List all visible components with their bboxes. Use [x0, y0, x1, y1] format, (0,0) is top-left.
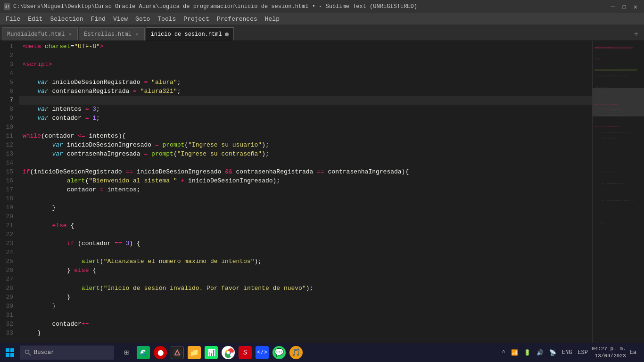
- line-num-14: 14: [4, 158, 13, 167]
- taskbar-icon-whatsapp[interactable]: 💬: [271, 344, 288, 361]
- taskbar-icon-taskview[interactable]: ⊞: [118, 344, 135, 361]
- svg-point-4: [25, 350, 29, 354]
- line-num-24: 24: [4, 248, 13, 257]
- code-line-8: var intentos = 3;: [19, 105, 592, 114]
- code-line-2: [19, 51, 592, 60]
- tab-close-estrellas[interactable]: ✕: [134, 31, 140, 38]
- tray-expand[interactable]: ^: [500, 348, 507, 357]
- code-line-31: [19, 311, 592, 320]
- app6-icon: </>: [256, 346, 269, 359]
- maximize-button[interactable]: ❐: [619, 2, 629, 11]
- new-tab-button[interactable]: +: [630, 28, 642, 41]
- line-num-1: 1: [4, 42, 13, 51]
- code-area[interactable]: <meta charset="UTF-8"> <script> var inic…: [19, 41, 592, 352]
- menu-preferences[interactable]: Preferences: [213, 13, 261, 25]
- taskview-icon: ⊞: [124, 348, 129, 357]
- menu-help[interactable]: Help: [261, 13, 283, 25]
- menu-find[interactable]: Find: [87, 13, 109, 25]
- line-num-21: 21: [4, 221, 13, 230]
- language-indicator[interactable]: ESP: [576, 348, 590, 357]
- code-line-17: contador = intentos;: [19, 185, 592, 194]
- clock[interactable]: 04:27 p. m. 13/04/2023: [592, 346, 626, 360]
- menu-project[interactable]: Project: [180, 13, 213, 25]
- taskbar-icon-app4[interactable]: 📊: [203, 344, 220, 361]
- menu-goto[interactable]: Goto: [132, 13, 154, 25]
- minimize-button[interactable]: —: [608, 2, 618, 11]
- taskbar-icon-app6[interactable]: </>: [254, 344, 271, 361]
- app3-icon: [171, 346, 184, 359]
- svg-rect-2: [6, 353, 9, 357]
- tab-estrellas[interactable]: Estrellas.html ✕: [79, 27, 144, 41]
- code-line-23: if (contador == 3) {: [19, 239, 592, 248]
- line-num-30: 30: [4, 302, 13, 311]
- code-line-6: var contrasenhaRegistrada = "alura321";: [19, 87, 592, 96]
- files-icon: 📁: [188, 346, 201, 359]
- taskbar-icon-app2[interactable]: ⬤: [152, 344, 169, 361]
- code-line-3: <script>: [19, 60, 592, 69]
- menu-selection[interactable]: Selection: [46, 13, 87, 25]
- line-num-22: 22: [4, 230, 13, 239]
- start-button[interactable]: [2, 346, 18, 359]
- taskbar-icon-app1[interactable]: 🌊: [135, 344, 152, 361]
- titlebar: ST C:\Users\Miguel\Desktop\Curso Oracle …: [0, 0, 644, 13]
- app7-icon: 🎵: [289, 346, 303, 359]
- ea-label: Ea: [630, 349, 636, 356]
- line-num-20: 20: [4, 212, 13, 221]
- tab-label: inicio de sesion.html: [151, 31, 222, 38]
- notification-icon[interactable]: Ea: [628, 348, 638, 357]
- titlebar-controls[interactable]: — ❐ ✕: [608, 2, 640, 11]
- code-line-14: [19, 158, 592, 167]
- search-bar[interactable]: Buscar: [20, 346, 114, 360]
- tab-close-mundialdefut[interactable]: ✕: [67, 31, 73, 38]
- whatsapp-icon: 💬: [272, 346, 286, 359]
- taskbar-icon-app7[interactable]: 🎵: [288, 344, 305, 361]
- code-line-1: <meta charset="UTF-8">: [19, 42, 592, 51]
- windows-logo-icon: [6, 348, 14, 357]
- menu-view[interactable]: View: [109, 13, 132, 25]
- tray-icon4: 📡: [547, 348, 558, 357]
- taskbar-icon-files[interactable]: 📁: [186, 344, 203, 361]
- close-button[interactable]: ✕: [631, 2, 640, 11]
- tab-modified-dot: [225, 33, 229, 36]
- code-line-10: [19, 123, 592, 132]
- tray-icon5: ENG: [560, 348, 574, 357]
- line-num-11: 11: [4, 132, 13, 140]
- code-line-27: [19, 275, 592, 284]
- chrome-icon: [222, 346, 235, 359]
- code-line-4: [19, 69, 592, 78]
- svg-rect-3: [10, 353, 14, 357]
- app1-icon: 🌊: [137, 346, 150, 359]
- taskbar: Buscar ⊞ 🌊 ⬤ 📁 📊: [0, 343, 644, 362]
- taskbar-right: ^ 📶 🔋 🔊 📡 ENG ESP 04:27 p. m. 13/04/2023…: [500, 346, 642, 360]
- code-line-24: [19, 248, 592, 257]
- search-icon: [25, 349, 31, 356]
- line-num-32: 32: [4, 320, 13, 329]
- code-line-21: else {: [19, 221, 592, 230]
- tab-inicio-sesion[interactable]: inicio de sesion.html: [146, 27, 234, 41]
- system-tray: ^ 📶 🔋 🔊 📡 ENG: [500, 348, 574, 357]
- code-line-13: var contrasenhaIngresada = prompt("Ingre…: [19, 149, 592, 158]
- taskbar-icon-chrome[interactable]: [220, 344, 237, 361]
- menu-file[interactable]: File: [2, 13, 24, 25]
- line-num-7: 7: [4, 96, 13, 105]
- clock-time: 04:27 p. m.: [592, 346, 626, 353]
- svg-point-9: [227, 351, 230, 354]
- line-num-10: 10: [4, 123, 13, 132]
- line-num-13: 13: [4, 149, 13, 158]
- menubar: File Edit Selection Find View Goto Tools…: [0, 13, 644, 25]
- code-line-20: [19, 212, 592, 221]
- titlebar-left: ST C:\Users\Miguel\Desktop\Curso Oracle …: [4, 3, 417, 10]
- line-num-29: 29: [4, 293, 13, 302]
- line-num-28: 28: [4, 284, 13, 293]
- title-text: C:\Users\Miguel\Desktop\Curso Oracle Alu…: [13, 3, 417, 10]
- menu-edit[interactable]: Edit: [24, 13, 46, 25]
- tab-mundialdefut[interactable]: Mundialdefut.html ✕: [2, 27, 78, 41]
- minimap: <meta charset="UTF-8"> <script> var inic…: [592, 41, 644, 352]
- taskbar-icon-app5[interactable]: S: [237, 344, 254, 361]
- line-num-31: 31: [4, 311, 13, 320]
- line-num-2: 2: [4, 51, 13, 60]
- taskbar-icon-app3[interactable]: [169, 344, 186, 361]
- menu-tools[interactable]: Tools: [154, 13, 180, 25]
- tray-icon2: 🔋: [522, 348, 533, 357]
- line-num-18: 18: [4, 194, 13, 203]
